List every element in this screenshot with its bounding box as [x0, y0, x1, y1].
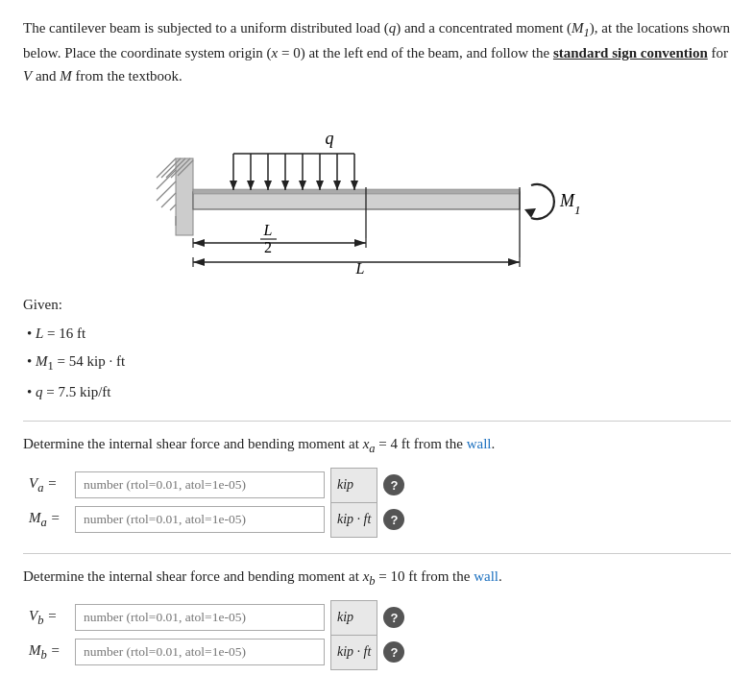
Mb-help-button[interactable]: ? — [383, 641, 404, 663]
svg-line-1 — [157, 158, 176, 178]
sign-convention-text: standard sign convention — [553, 45, 708, 60]
Vb-input[interactable] — [75, 604, 325, 631]
svg-marker-28 — [351, 181, 358, 190]
Va-help-button[interactable]: ? — [383, 474, 404, 495]
Va-help-cell: ? — [377, 468, 411, 502]
given-L: L = 16 ft — [27, 320, 731, 348]
Ma-help-button[interactable]: ? — [383, 509, 404, 530]
Vb-help-button[interactable]: ? — [383, 607, 404, 628]
svg-marker-33 — [354, 239, 366, 247]
Mb-input[interactable] — [75, 639, 325, 665]
M1-symbol: M1 — [572, 20, 590, 36]
M1-label: M1 — [559, 191, 581, 217]
svg-marker-30 — [524, 208, 536, 218]
wall-link-a: wall — [467, 436, 492, 451]
Vb-help-cell: ? — [377, 600, 411, 635]
input-table-b: Vb = kip ? Mb = kip · ft ? — [23, 600, 410, 670]
Mb-label: Mb = — [23, 635, 69, 669]
distributed-load — [230, 154, 358, 190]
Mb-unit: kip · ft — [331, 635, 377, 669]
svg-marker-40 — [193, 258, 205, 266]
given-section: Given: L = 16 ft M1 = 54 kip · ft q = 7.… — [23, 291, 731, 405]
svg-text:2: 2 — [264, 239, 272, 255]
Ma-help-cell: ? — [377, 502, 411, 537]
Va-label: Va = — [23, 468, 69, 502]
q-symbol: q — [389, 20, 397, 36]
beam-diagram-container: q M1 L 2 — [23, 101, 731, 274]
divider-2 — [23, 553, 731, 554]
divider-1 — [23, 421, 731, 422]
svg-text:L: L — [262, 222, 272, 238]
svg-rect-12 — [193, 189, 520, 194]
Mb-input-cell[interactable] — [69, 635, 331, 669]
Va-input-cell[interactable] — [69, 468, 331, 502]
M-symbol: M — [60, 68, 72, 84]
given-M1: M1 = 54 kip · ft — [27, 348, 731, 378]
Vb-label: Vb = — [23, 600, 69, 635]
intro-paragraph: The cantilever beam is subjected to a un… — [23, 17, 731, 87]
svg-marker-18 — [264, 181, 272, 190]
question-b-text: Determine the internal shear force and b… — [23, 566, 731, 591]
q-label: q — [325, 129, 333, 148]
Vb-input-cell[interactable] — [69, 600, 331, 635]
Va-unit: kip — [331, 468, 377, 502]
given-list: L = 16 ft M1 = 54 kip · ft q = 7.5 kip/f… — [23, 320, 731, 405]
svg-rect-11 — [193, 192, 520, 209]
svg-marker-32 — [193, 239, 205, 247]
svg-marker-16 — [247, 181, 255, 190]
svg-marker-20 — [281, 181, 289, 190]
svg-marker-14 — [230, 181, 237, 190]
svg-marker-22 — [299, 181, 306, 190]
Ma-unit: kip · ft — [331, 502, 377, 537]
svg-line-4 — [161, 193, 176, 207]
given-title: Given: — [23, 291, 731, 319]
Vb-unit: kip — [331, 600, 377, 635]
input-table-a: Va = kip ? Ma = kip · ft ? — [23, 468, 410, 538]
table-row-Vb: Vb = kip ? — [23, 600, 410, 635]
Ma-input-cell[interactable] — [69, 502, 331, 537]
Ma-input[interactable] — [75, 506, 325, 533]
question-a-text: Determine the internal shear force and b… — [23, 433, 731, 458]
V-symbol: V — [23, 68, 32, 84]
table-row-Va: Va = kip ? — [23, 468, 410, 502]
Ma-label: Ma = — [23, 502, 69, 537]
given-q: q = 7.5 kip/ft — [27, 378, 731, 406]
svg-marker-26 — [333, 181, 341, 190]
svg-line-3 — [157, 181, 176, 201]
table-row-Ma: Ma = kip · ft ? — [23, 502, 410, 537]
Mb-help-cell: ? — [377, 635, 411, 669]
wall-link-b: wall — [474, 568, 499, 584]
svg-text:L: L — [354, 260, 364, 277]
svg-marker-41 — [508, 258, 520, 266]
x-symbol: x — [272, 45, 279, 60]
beam-diagram-svg: q M1 L 2 — [147, 101, 608, 274]
Va-input[interactable] — [75, 471, 325, 498]
L-full-dimension: L — [193, 257, 520, 277]
M1-moment-arrow — [524, 184, 554, 219]
L-half-dimension: L 2 — [193, 222, 366, 255]
table-row-Mb: Mb = kip · ft ? — [23, 635, 410, 669]
svg-marker-24 — [316, 181, 324, 190]
svg-line-5 — [170, 205, 176, 210]
